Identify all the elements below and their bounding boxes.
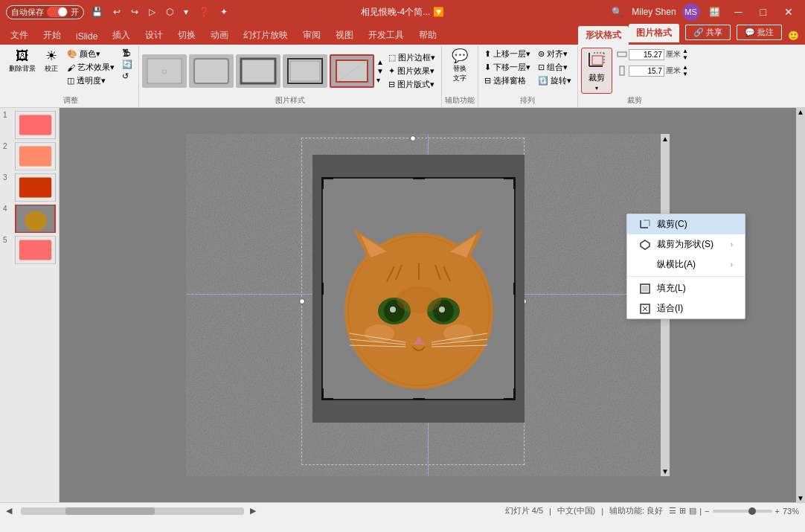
shapes-icon[interactable]: ⬡ — [163, 5, 176, 19]
tab-developer[interactable]: 开发工具 — [361, 26, 411, 45]
tab-review[interactable]: 审阅 — [295, 26, 328, 45]
h-scroll-track[interactable] — [21, 507, 244, 515]
right-scrollbar[interactable]: ▲ ▼ — [796, 108, 805, 502]
sel-handle-top-center[interactable] — [410, 135, 416, 141]
zoom-level[interactable]: 73% — [783, 507, 799, 516]
width-down[interactable]: ▼ — [682, 54, 688, 61]
restore-button[interactable]: □ — [754, 6, 772, 18]
tab-insert[interactable]: 插入 — [105, 26, 138, 45]
img-layout-button[interactable]: ⊟ 图片版式▾ — [385, 78, 438, 91]
slide-thumb-3[interactable]: 3 — [3, 173, 56, 202]
share-button[interactable]: 🔗 共享 — [685, 25, 731, 40]
help-circle-icon[interactable]: ❓ — [196, 5, 213, 19]
autosave-badge[interactable]: 自动保存 开 — [6, 5, 84, 19]
ctx-fit[interactable]: 适合(I) — [627, 298, 745, 318]
slide-thumb-2[interactable]: 2 — [3, 142, 56, 170]
img-style-5[interactable] — [330, 54, 374, 88]
style-up-arrow[interactable]: ▲ — [376, 58, 384, 66]
image-crop-container[interactable] — [312, 155, 525, 423]
more-icon[interactable]: ▾ — [181, 5, 191, 19]
tab-shape-format[interactable]: 形状格式 — [578, 26, 629, 45]
undo-icon[interactable]: ↩ — [110, 5, 124, 19]
width-spinner[interactable]: ▲ ▼ — [682, 48, 688, 61]
move-down-button[interactable]: ⬇ 下移一层▾ — [481, 61, 533, 74]
img-style-1[interactable]: □ — [142, 54, 187, 88]
crop-button[interactable]: 裁剪 ▾ — [581, 48, 612, 94]
select-pane-button[interactable]: ⊟ 选择窗格 — [481, 74, 533, 87]
tab-animation[interactable]: 动画 — [203, 26, 236, 45]
height-down[interactable]: ▼ — [682, 71, 688, 77]
slide-img-2[interactable] — [15, 142, 56, 170]
img-effect-button[interactable]: ✦ 图片效果▾ — [385, 65, 438, 77]
style-scroll-arrows[interactable]: ▲ ▼ ▾ — [376, 54, 384, 88]
style-more-arrow[interactable]: ▾ — [376, 76, 384, 84]
sel-handle-mid-left[interactable] — [299, 298, 305, 304]
height-up[interactable]: ▲ — [682, 64, 688, 71]
user-avatar[interactable]: MS — [682, 3, 700, 21]
alt-text-button[interactable]: 💬 替换文字 — [449, 48, 471, 85]
minimize-button[interactable]: ─ — [729, 6, 748, 18]
slide-img-4[interactable] — [15, 205, 56, 233]
group-button[interactable]: ⊡ 组合▾ — [535, 61, 574, 74]
h-scroll-thumb[interactable] — [65, 507, 155, 515]
tab-picture-format[interactable]: 图片格式 — [629, 24, 679, 45]
img-style-4[interactable] — [283, 54, 327, 88]
slide-img-5[interactable] — [15, 236, 56, 264]
move-up-button[interactable]: ⬆ 上移一层▾ — [481, 48, 533, 60]
comment-button[interactable]: 💬 批注 — [737, 25, 782, 40]
ctx-crop-shape[interactable]: 裁剪为形状(S) › — [627, 234, 745, 254]
tab-home[interactable]: 开始 — [36, 26, 68, 45]
slide-thumb-4[interactable]: 4 — [3, 205, 56, 233]
autosave-toggle[interactable] — [47, 7, 68, 17]
scroll-down-arrow[interactable]: ▼ — [661, 467, 670, 476]
zoom-out-btn[interactable]: − — [705, 507, 709, 516]
view-notes-icon[interactable]: ▤ — [689, 506, 696, 516]
slide-img-3[interactable] — [15, 173, 56, 202]
view-slide-icon[interactable]: ⊞ — [679, 506, 686, 516]
right-scroll-up[interactable]: ▲ — [797, 108, 804, 116]
redo-icon[interactable]: ↪ — [128, 5, 141, 19]
width-up[interactable]: ▲ — [682, 48, 688, 54]
tab-view[interactable]: 视图 — [328, 26, 361, 45]
tab-help[interactable]: 帮助 — [411, 26, 444, 45]
present-icon[interactable]: ▷ — [146, 5, 158, 19]
slide-thumb-5[interactable]: 5 — [3, 236, 56, 264]
img-style-3[interactable] — [236, 54, 280, 88]
right-scroll-down[interactable]: ▼ — [797, 494, 804, 502]
align-button[interactable]: ⊜ 对齐▾ — [535, 48, 574, 60]
transparency-button[interactable]: ◫ 透明度▾ — [64, 74, 118, 87]
tab-design[interactable]: 设计 — [138, 26, 170, 45]
ctx-aspect-ratio[interactable]: 纵横比(A) › — [627, 254, 745, 275]
tab-transition[interactable]: 切换 — [170, 26, 203, 45]
ribbon-toggle-icon[interactable]: 🪟 — [706, 5, 723, 19]
zoom-in-btn[interactable]: + — [775, 507, 780, 516]
close-button[interactable]: ✕ — [778, 6, 799, 18]
remove-bg-button[interactable]: 🖼 删除背景 — [6, 48, 39, 75]
zoom-thumb[interactable] — [748, 507, 756, 515]
width-input[interactable] — [629, 49, 664, 60]
img-style-2[interactable] — [189, 54, 234, 88]
tab-islide[interactable]: iSlide — [68, 28, 105, 45]
tab-slideshow[interactable]: 幻灯片放映 — [236, 26, 295, 45]
scroll-left-arrow[interactable]: ◀ — [6, 506, 15, 516]
ctx-crop[interactable]: 裁剪(C) — [627, 214, 745, 234]
compress-button[interactable]: 🗜 — [119, 48, 135, 58]
emoji-icon[interactable]: 🙂 — [785, 29, 802, 42]
view-normal-icon[interactable]: ☰ — [669, 506, 676, 516]
tab-file[interactable]: 文件 — [3, 26, 36, 45]
search-icon[interactable]: 🔍 — [609, 5, 626, 19]
zoom-slider[interactable] — [713, 510, 772, 513]
color-button[interactable]: 🎨 颜色▾ — [64, 48, 118, 60]
slide-thumb-1[interactable]: 1 — [3, 111, 56, 139]
ctx-fill[interactable]: 填充(L) — [627, 278, 745, 298]
change-img-button[interactable]: 🔄 — [119, 59, 135, 70]
style-down-arrow[interactable]: ▼ — [376, 67, 384, 75]
img-border-button[interactable]: ⬚ 图片边框▾ — [385, 51, 438, 64]
height-input[interactable] — [629, 65, 664, 77]
correct-button[interactable]: ☀ 校正 — [40, 48, 62, 75]
scroll-right-arrow[interactable]: ▶ — [250, 506, 259, 516]
reset-button[interactable]: ↺ — [119, 71, 135, 82]
height-spinner[interactable]: ▲ ▼ — [682, 64, 688, 77]
slide-img-1[interactable] — [15, 111, 56, 139]
rotate-button[interactable]: 🔃 旋转▾ — [535, 74, 574, 87]
